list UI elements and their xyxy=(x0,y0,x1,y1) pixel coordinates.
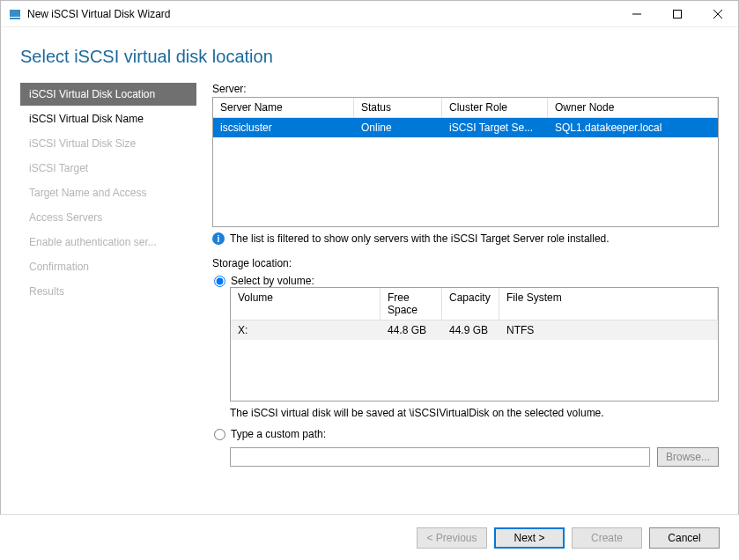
free-cell: 44.8 GB xyxy=(381,321,442,340)
window-title: New iSCSI Virtual Disk Wizard xyxy=(27,8,617,20)
volume-save-note: The iSCSI virtual disk will be saved at … xyxy=(230,407,719,419)
server-name-cell: iscsicluster xyxy=(213,118,354,137)
custom-path-input[interactable] xyxy=(230,447,650,467)
volume-grid[interactable]: Volume Free Space Capacity File System X… xyxy=(230,287,719,402)
vol-col-fs[interactable]: File System xyxy=(499,288,718,321)
server-grid-header: Server Name Status Cluster Role Owner No… xyxy=(213,98,718,118)
volume-radio[interactable] xyxy=(214,276,225,287)
server-row[interactable]: iscsicluster Online iSCSI Target Se... S… xyxy=(213,118,718,137)
page-title: Select iSCSI virtual disk location xyxy=(1,27,738,74)
volume-cell: X: xyxy=(231,321,381,340)
col-cluster-role[interactable]: Cluster Role xyxy=(442,98,548,117)
app-icon xyxy=(8,7,22,21)
nav-item-0[interactable]: iSCSI Virtual Disk Location xyxy=(20,83,196,106)
server-grid[interactable]: Server Name Status Cluster Role Owner No… xyxy=(212,97,719,227)
nav-item-5: Access Servers xyxy=(20,206,196,229)
minimize-button[interactable] xyxy=(617,1,657,27)
vol-col-capacity[interactable]: Capacity xyxy=(442,288,499,321)
fs-cell: NTFS xyxy=(499,321,718,340)
svg-rect-1 xyxy=(10,18,20,19)
wizard-nav: iSCSI Virtual Disk LocationiSCSI Virtual… xyxy=(20,83,196,549)
server-label: Server: xyxy=(212,83,719,95)
col-status[interactable]: Status xyxy=(354,98,442,117)
server-info: i The list is filtered to show only serv… xyxy=(212,232,719,245)
previous-button: < Previous xyxy=(417,527,487,549)
footer: < Previous Next > Create Cancel xyxy=(0,514,739,560)
server-status-cell: Online xyxy=(354,118,442,137)
col-owner-node[interactable]: Owner Node xyxy=(548,98,718,117)
svg-rect-3 xyxy=(674,10,682,18)
storage-label: Storage location: xyxy=(212,257,719,269)
nav-item-4: Target Name and Access xyxy=(20,181,196,204)
maximize-button[interactable] xyxy=(657,1,698,27)
custom-path-row[interactable]: Type a custom path: xyxy=(212,428,719,440)
close-button[interactable] xyxy=(698,1,738,27)
server-role-cell: iSCSI Target Se... xyxy=(442,118,548,137)
server-info-text: The list is filtered to show only server… xyxy=(230,232,610,245)
custom-path-label: Type a custom path: xyxy=(231,428,326,440)
svg-rect-0 xyxy=(10,10,20,17)
info-icon: i xyxy=(212,232,225,245)
vol-col-volume[interactable]: Volume xyxy=(231,288,381,321)
capacity-cell: 44.9 GB xyxy=(442,321,499,340)
nav-item-2: iSCSI Virtual Disk Size xyxy=(20,132,196,155)
cancel-button[interactable]: Cancel xyxy=(649,527,720,549)
nav-item-6: Enable authentication ser... xyxy=(20,231,196,254)
custom-path-radio[interactable] xyxy=(214,429,225,440)
create-button: Create xyxy=(572,527,642,549)
volume-radio-label: Select by volume: xyxy=(231,275,314,287)
nav-item-1[interactable]: iSCSI Virtual Disk Name xyxy=(20,107,196,130)
volume-grid-header: Volume Free Space Capacity File System xyxy=(231,288,718,321)
nav-item-7: Confirmation xyxy=(20,255,196,278)
select-by-volume-row[interactable]: Select by volume: xyxy=(212,275,719,287)
volume-row[interactable]: X: 44.8 GB 44.9 GB NTFS xyxy=(231,321,718,340)
col-server-name[interactable]: Server Name xyxy=(213,98,354,117)
vol-col-free[interactable]: Free Space xyxy=(381,288,442,321)
next-button[interactable]: Next > xyxy=(494,527,565,549)
browse-button[interactable]: Browse... xyxy=(657,447,719,467)
nav-item-8: Results xyxy=(20,280,196,303)
nav-item-3: iSCSI Target xyxy=(20,157,196,180)
server-owner-cell: SQL1.datakeeper.local xyxy=(548,118,718,137)
titlebar: New iSCSI Virtual Disk Wizard xyxy=(1,1,738,27)
